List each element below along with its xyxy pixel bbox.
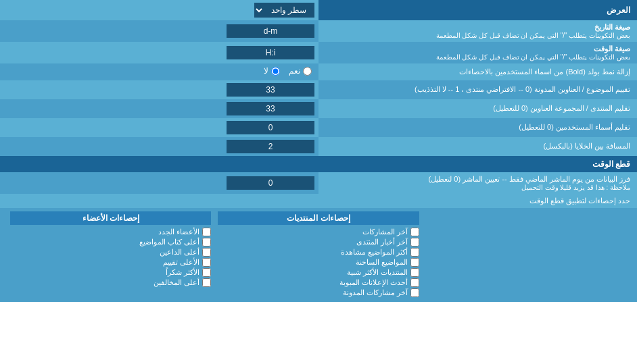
member-stat-label-2: أعلى الداعين <box>160 248 199 257</box>
topics-sort-label: تقييم الموضوع / العناوين المدونة (0 -- ا… <box>318 80 637 99</box>
stat-item-1: آخر أخبار المنتدى <box>218 238 419 246</box>
stats-col2: إحصاءات الأعضاء الأعضاء الجدد أعلى كتاب … <box>7 211 214 298</box>
bold-remove-label: إزالة نمط بولد (Bold) من اسماء المستخدمي… <box>318 63 637 80</box>
realtime-field-cell <box>0 172 318 194</box>
forum-sort-cell <box>0 99 318 118</box>
stat-item-4: المنتديات الأكثر شبية <box>218 268 419 277</box>
member-stat-label-5: أعلى المخالفين <box>154 278 199 287</box>
date-format-sub: بعض التكوينات يتطلب "/" التي يمكن ان تضا… <box>325 32 630 39</box>
cell-gap-label: المسافة بين الخلايا (بالبكسل) <box>318 137 637 156</box>
topics-sort-cell <box>0 80 318 99</box>
stat-checkbox-0[interactable] <box>410 228 419 236</box>
stat-checkbox-1[interactable] <box>410 238 419 246</box>
bold-yes-label: نعم <box>289 66 300 76</box>
member-stat-checkbox-1[interactable] <box>202 238 211 246</box>
stat-item-6: آخر مشاركات المدونة <box>218 288 419 297</box>
date-format-main: صيغة التاريخ <box>325 23 630 32</box>
member-stat-item-0: الأعضاء الجدد <box>10 228 211 236</box>
bold-no-radio[interactable] <box>271 67 280 76</box>
member-stat-checkbox-2[interactable] <box>202 248 211 257</box>
topics-sort-input[interactable] <box>227 83 314 97</box>
user-names-cell <box>0 118 318 137</box>
realtime-note-label: ملاحظة : هذا قد يزيد قليلا وقت التحميل <box>325 184 630 191</box>
forum-sort-input[interactable] <box>227 102 314 115</box>
stat-item-3: المواضيع الساخنة <box>218 258 419 267</box>
stat-item-2: أكثر المواضيع مشاهدة <box>218 248 419 257</box>
stats-col0 <box>423 211 630 298</box>
stat-label-3: المواضيع الساخنة <box>356 258 408 267</box>
member-stats-header: إحصاءات الأعضاء <box>10 211 211 225</box>
stat-checkbox-2[interactable] <box>410 248 419 257</box>
cell-gap-cell <box>0 137 318 156</box>
stat-checkbox-5[interactable] <box>410 278 419 287</box>
member-stat-checkbox-0[interactable] <box>202 228 211 236</box>
stat-item-5: أحدث الإعلانات المبوبة <box>218 278 419 287</box>
bold-yes-radio[interactable] <box>303 67 312 76</box>
realtime-field-label: فرز البيانات من يوم الماشر الماضي فقط --… <box>318 172 637 194</box>
line-mode-cell: سطر واحد سطران ثلاثة أسطر <box>0 0 318 20</box>
stat-label-6: آخر مشاركات المدونة <box>343 288 408 297</box>
time-format-main: صيغة الوقت <box>325 45 630 53</box>
time-format-label: صيغة الوقت بعض التكوينات يتطلب "/" التي … <box>318 42 637 63</box>
realtime-field-input[interactable] <box>227 176 314 190</box>
cell-gap-input[interactable] <box>227 140 314 153</box>
member-stat-label-4: الأكثر شكراً <box>166 268 199 277</box>
member-stat-item-1: أعلى كتاب المواضيع <box>10 238 211 246</box>
user-names-input[interactable] <box>227 121 314 134</box>
member-stat-label-3: الأعلى تقييم <box>163 258 199 267</box>
stat-checkbox-3[interactable] <box>410 258 419 267</box>
bold-no-label: لا <box>264 66 268 76</box>
user-names-label: تقليم أسماء المستخدمين (0 للتعطيل) <box>318 118 637 137</box>
member-stat-label-0: الأعضاء الجدد <box>158 228 199 236</box>
stat-item-0: آخر المشاركات <box>218 228 419 236</box>
member-stat-label-1: أعلى كتاب المواضيع <box>139 238 199 246</box>
forum-stats-header: إحصاءات المنتديات <box>218 211 419 225</box>
display-header: العرض <box>318 0 637 20</box>
date-format-cell <box>0 20 318 42</box>
realtime-main-label: فرز البيانات من يوم الماشر الماضي فقط --… <box>325 175 630 184</box>
member-stat-checkbox-4[interactable] <box>202 268 211 277</box>
member-stat-item-4: الأكثر شكراً <box>10 268 211 277</box>
stat-label-5: أحدث الإعلانات المبوبة <box>339 278 408 287</box>
stat-label-1: آخر أخبار المنتدى <box>356 238 408 246</box>
member-stat-item-2: أعلى الداعين <box>10 248 211 257</box>
date-format-input[interactable] <box>227 24 314 38</box>
time-format-cell <box>0 42 318 63</box>
stat-label-2: أكثر المواضيع مشاهدة <box>341 248 408 257</box>
line-mode-select[interactable]: سطر واحد سطران ثلاثة أسطر <box>254 3 314 18</box>
forum-sort-label: تقليم المنتدى / المجموعة العناوين (0 للت… <box>318 99 637 118</box>
member-stat-checkbox-5[interactable] <box>202 278 211 287</box>
time-format-sub: بعض التكوينات يتطلب "/" التي يمكن ان تضا… <box>325 53 630 61</box>
bold-remove-cell: نعم لا <box>0 63 318 80</box>
stats-columns: إحصاءات المنتديات آخر المشاركات آخر أخبا… <box>0 208 637 302</box>
member-stat-item-5: أعلى المخالفين <box>10 278 211 287</box>
stat-checkbox-6[interactable] <box>410 288 419 297</box>
stat-label-4: المنتديات الأكثر شبية <box>347 268 408 277</box>
stats-col1: إحصاءات المنتديات آخر المشاركات آخر أخبا… <box>214 211 422 298</box>
stat-checkbox-4[interactable] <box>410 268 419 277</box>
member-stat-item-3: الأعلى تقييم <box>10 258 211 267</box>
date-format-label: صيغة التاريخ بعض التكوينات يتطلب "/" الت… <box>318 20 637 42</box>
time-format-input[interactable] <box>227 46 314 59</box>
stats-limit-label: حدد إحصاءات لتطبيق قطع الوقت <box>0 194 637 208</box>
realtime-header: قطع الوقت <box>0 156 637 172</box>
member-stat-checkbox-3[interactable] <box>202 258 211 267</box>
stat-label-0: آخر المشاركات <box>362 228 408 236</box>
